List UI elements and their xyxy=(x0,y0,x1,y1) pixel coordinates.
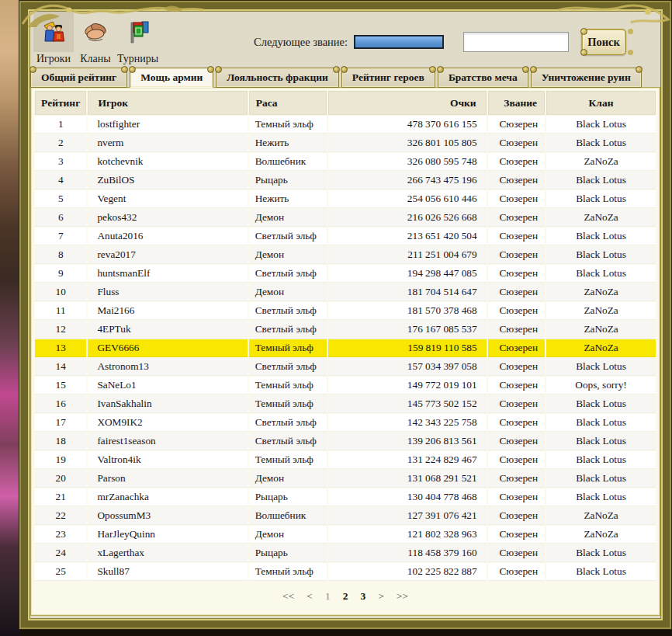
table-row: 14Astronom13Светлый эльф157 034 397 058С… xyxy=(35,358,656,376)
clan-link[interactable]: Black Lotus xyxy=(546,414,656,432)
tab-3[interactable]: Рейтинг героев xyxy=(341,68,435,88)
player-link[interactable]: Astronom13 xyxy=(88,358,247,376)
player-link[interactable]: huntsmanElf xyxy=(88,265,247,283)
nav-item-label: Игроки xyxy=(33,52,74,66)
background-artwork xyxy=(0,0,20,636)
player-link[interactable]: kotchevnik xyxy=(88,153,247,171)
page-link-2[interactable]: 2 xyxy=(343,590,348,603)
player-link[interactable]: pekos432 xyxy=(88,209,247,227)
page-nav-0[interactable]: << xyxy=(282,590,294,603)
cell-title: Сюзерен xyxy=(488,526,545,544)
clan-link[interactable]: Black Lotus xyxy=(546,190,656,208)
tab-2[interactable]: Лояльность фракции xyxy=(216,68,339,88)
player-link[interactable]: ZuBilOS xyxy=(88,172,247,189)
player-link[interactable]: GEV6666 xyxy=(88,339,247,357)
clan-link[interactable]: ZaNoZa xyxy=(546,339,656,357)
player-link[interactable]: xLagerthax xyxy=(88,544,247,562)
clan-link[interactable]: ZaNoZa xyxy=(546,526,656,544)
clan-link[interactable]: Black Lotus xyxy=(546,116,656,134)
player-link[interactable]: XOM9IK2 xyxy=(88,414,247,432)
cell-title: Сюзерен xyxy=(488,153,545,171)
clan-link[interactable]: Black Lotus xyxy=(546,563,656,581)
clan-link[interactable]: Black Lotus xyxy=(546,395,656,413)
cell-points: 118 458 379 160 xyxy=(328,544,486,562)
player-link[interactable]: HarJleyQuinn xyxy=(88,526,247,544)
search-input[interactable] xyxy=(463,32,569,52)
clan-link[interactable]: Black Lotus xyxy=(546,172,656,189)
clan-link[interactable]: Black Lotus xyxy=(546,134,656,152)
cell-rank: 9 xyxy=(35,265,86,283)
player-link[interactable]: SaNeLo1 xyxy=(88,377,247,394)
player-link[interactable]: Anuta2016 xyxy=(88,228,247,245)
clan-link[interactable]: Black Lotus xyxy=(546,488,656,506)
page-nav-5[interactable]: > xyxy=(378,590,384,603)
cell-points: 254 056 610 446 xyxy=(328,190,486,208)
tab-4[interactable]: Братство меча xyxy=(438,68,528,88)
search-button[interactable]: Поиск xyxy=(581,29,626,55)
tab-0[interactable]: Общий рейтинг xyxy=(30,68,127,88)
table-row: 13GEV6666Темный эльф159 819 110 585Сюзер… xyxy=(35,339,656,357)
player-link[interactable]: lostfighter xyxy=(88,116,247,134)
player-link[interactable]: nverm xyxy=(88,134,247,152)
clan-link[interactable]: Black Lotus xyxy=(546,228,656,245)
player-link[interactable]: OpossumM3 xyxy=(88,507,247,525)
clan-link[interactable]: Black Lotus xyxy=(546,246,656,264)
page-nav-6[interactable]: >> xyxy=(397,590,408,603)
clan-link[interactable]: Black Lotus xyxy=(546,544,656,562)
table-row: 21mrZanachkaРыцарь130 404 778 468Сюзерен… xyxy=(35,488,656,506)
clan-link[interactable]: Black Lotus xyxy=(546,265,656,283)
page-link-3[interactable]: 3 xyxy=(360,590,365,603)
player-link[interactable]: Skull87 xyxy=(88,563,247,581)
page-nav-1[interactable]: < xyxy=(307,590,313,603)
cell-title: Сюзерен xyxy=(488,283,545,301)
clan-link[interactable]: ZaNoZa xyxy=(546,302,656,320)
table-row: 24xLagerthaxРыцарь118 458 379 160Сюзерен… xyxy=(35,544,656,562)
player-link[interactable]: Parson xyxy=(88,470,247,488)
clan-link[interactable]: Oops, sorry! xyxy=(546,377,656,394)
column-header-clan: Клан xyxy=(546,91,656,115)
nav-item-tournaments[interactable]: Турниры xyxy=(117,12,158,66)
cell-points: 149 772 019 101 xyxy=(328,377,486,394)
table-row: 2nvermНежить326 801 105 805СюзеренBlack … xyxy=(35,134,656,152)
player-link[interactable]: Mai2166 xyxy=(88,302,247,320)
cell-race: Светлый эльф xyxy=(249,433,327,450)
clan-link[interactable]: Black Lotus xyxy=(546,358,656,376)
player-link[interactable]: mrZanachka xyxy=(88,488,247,506)
cell-race: Рыцарь xyxy=(249,172,327,189)
cell-race: Светлый эльф xyxy=(249,228,327,245)
table-row: 15SaNeLo1Темный эльф149 772 019 101Сюзер… xyxy=(35,377,656,394)
clan-link[interactable]: Black Lotus xyxy=(546,470,656,488)
player-link[interactable]: reva2017 xyxy=(88,246,247,264)
cell-race: Демон xyxy=(249,246,327,264)
cell-title: Сюзерен xyxy=(488,544,545,562)
cell-race: Демон xyxy=(249,526,327,544)
cell-rank: 2 xyxy=(35,134,86,152)
cell-rank: 5 xyxy=(35,190,86,208)
table-row: 6pekos432Демон216 026 526 668СюзеренZaNo… xyxy=(35,209,656,227)
clan-link[interactable]: ZaNoZa xyxy=(546,283,656,301)
next-rank-progressbar xyxy=(354,35,444,49)
clan-link[interactable]: ZaNoZa xyxy=(546,507,656,525)
clan-link[interactable]: Black Lotus xyxy=(546,451,656,469)
cell-points: 266 743 475 196 xyxy=(328,172,486,189)
player-link[interactable]: fairest1season xyxy=(88,433,247,450)
table-row: 10FlussДемон181 704 514 647СюзеренZaNoZa xyxy=(35,283,656,301)
player-link[interactable]: IvanSakhalin xyxy=(88,395,247,413)
clan-link[interactable]: Black Lotus xyxy=(546,433,656,450)
player-link[interactable]: Vegent xyxy=(88,190,247,208)
cell-title: Сюзерен xyxy=(488,190,545,208)
clan-link[interactable]: ZaNoZa xyxy=(546,209,656,227)
player-link[interactable]: Fluss xyxy=(88,283,247,301)
clan-link[interactable]: ZaNoZa xyxy=(546,153,656,171)
table-row: 4ZuBilOSРыцарь266 743 475 196СюзеренBlac… xyxy=(35,172,656,189)
cell-race: Темный эльф xyxy=(249,563,327,581)
tab-5[interactable]: Уничтожение руин xyxy=(531,68,642,88)
cell-race: Темный эльф xyxy=(249,395,327,413)
player-link[interactable]: Valtron4ik xyxy=(88,451,247,469)
clan-link[interactable]: ZaNoZa xyxy=(546,321,656,339)
player-link[interactable]: 4EPTuk xyxy=(88,321,247,339)
nav-item-clans[interactable]: Кланы xyxy=(75,12,116,66)
tab-1[interactable]: Мощь армии xyxy=(130,68,213,88)
cell-race: Светлый эльф xyxy=(249,321,327,339)
nav-item-players[interactable]: Игроки xyxy=(33,12,74,66)
